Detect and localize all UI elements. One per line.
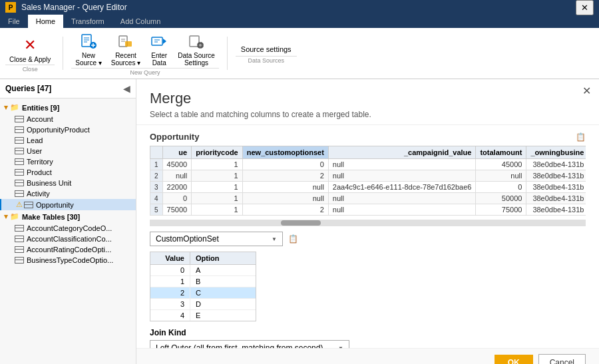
table-row[interactable]: 5 75000 1 2 null 75000 38e0dbe4-131b bbox=[150, 204, 586, 216]
table-row[interactable]: 3 22000 1 null 2aa4c9c1-e646-e111-8dce-7… bbox=[150, 182, 586, 193]
dropdown-row: CustomOptionSet ▼ 📋 bbox=[150, 232, 586, 246]
merge-body: Opportunity 📋 ue prioritycode new_custom… bbox=[136, 125, 599, 348]
copy-icon-2[interactable]: 📋 bbox=[288, 234, 298, 244]
sidebar-collapse-button[interactable]: ◀ bbox=[123, 83, 130, 94]
cancel-button[interactable]: Cancel bbox=[538, 354, 586, 364]
cell-owningbusine: 38e0dbe4-131b bbox=[526, 182, 586, 193]
cell-prioritycode: 1 bbox=[192, 159, 243, 170]
enter-data-label: EnterData bbox=[151, 52, 167, 67]
sidebar-item-opportunity-product[interactable]: OpportunityProduct bbox=[0, 124, 136, 135]
close-group-label: Close bbox=[5, 65, 55, 73]
title-bar: P Sales Manager - Query Editor ✕ bbox=[0, 0, 599, 15]
new-query-group: NewSource ▾ RecentSources ▾ EnterData bbox=[71, 31, 219, 76]
make-tables-group-header[interactable]: ▾ 📁 Make Tables [30] bbox=[0, 210, 136, 223]
table-icon-opportunity-product bbox=[15, 126, 24, 133]
recent-sources-label: RecentSources ▾ bbox=[111, 52, 140, 67]
tab-home[interactable]: Home bbox=[28, 15, 63, 28]
cell-ue: 22000 bbox=[162, 182, 192, 193]
dialog-footer: OK Cancel bbox=[136, 348, 599, 364]
separator-1 bbox=[63, 37, 63, 70]
folder-icon-make-tables: ▾ 📁 bbox=[4, 212, 19, 221]
window-close-button[interactable]: ✕ bbox=[576, 0, 594, 15]
copy-icon[interactable]: 📋 bbox=[576, 132, 586, 142]
table-icon-lead bbox=[15, 137, 24, 144]
sidebar-item-account-classification[interactable]: AccountClassificationCo... bbox=[0, 234, 136, 244]
merge-header: Merge Select a table and matching column… bbox=[136, 79, 599, 125]
cell-campaignid: null bbox=[328, 170, 476, 182]
cell-campaignid: null bbox=[328, 204, 476, 216]
table-icon-product bbox=[15, 169, 24, 176]
sidebar-item-user[interactable]: User bbox=[0, 146, 136, 156]
join-kind-dropdown[interactable]: Left Outer (all from first, matching fro… bbox=[150, 340, 349, 348]
cell-owningbusine: 38e0dbe4-131b bbox=[526, 204, 586, 216]
sidebar-item-account[interactable]: Account bbox=[0, 114, 136, 124]
x-icon: ✕ bbox=[24, 37, 36, 54]
sidebar-item-territory[interactable]: Territory bbox=[0, 156, 136, 167]
cell-ue: null bbox=[162, 170, 192, 182]
data-source-settings-icon bbox=[187, 32, 206, 51]
sidebar-item-product[interactable]: Product bbox=[0, 167, 136, 178]
ok-button[interactable]: OK bbox=[495, 355, 533, 364]
make-tables-group: ▾ 📁 Make Tables [30] AccountCategoryCode… bbox=[0, 210, 136, 266]
tab-transform[interactable]: Transform bbox=[63, 15, 112, 28]
customoptionset-dropdown[interactable]: CustomOptionSet ▼ bbox=[150, 232, 283, 246]
sidebar-item-lead[interactable]: Lead bbox=[0, 135, 136, 146]
merge-title: Merge bbox=[150, 90, 586, 107]
enter-data-button[interactable]: EnterData bbox=[146, 31, 172, 68]
cell-totalamount: 75000 bbox=[476, 204, 526, 216]
app-title: Sales Manager - Query Editor bbox=[21, 3, 576, 12]
data-source-settings-button[interactable]: Data SourceSettings bbox=[174, 31, 219, 68]
table-row[interactable]: 4 0 1 null null 50000 38e0dbe4-131b bbox=[150, 193, 586, 204]
col-value-header: Value bbox=[150, 252, 190, 264]
table-icon-account-classification bbox=[15, 236, 24, 242]
close-apply-button[interactable]: ✕ Close & Apply bbox=[5, 35, 55, 65]
cell-ue: 45000 bbox=[162, 159, 192, 170]
option-row[interactable]: 0 A bbox=[150, 265, 256, 276]
table-row[interactable]: 2 null 1 2 null null 38e0dbe4-131b bbox=[150, 170, 586, 182]
entities-group-header[interactable]: ▾ 📁 Entities [9] bbox=[0, 101, 136, 114]
cell-customoptionset: 0 bbox=[242, 159, 328, 170]
col-header-prioritycode: prioritycode bbox=[192, 146, 243, 159]
col-header-customoptionset[interactable]: new_customoptionset bbox=[242, 146, 328, 159]
sidebar-item-business-unit[interactable]: Business Unit bbox=[0, 178, 136, 188]
table-icon-activity bbox=[15, 190, 24, 197]
sidebar-item-opportunity[interactable]: ⚠ Opportunity bbox=[0, 199, 136, 210]
sidebar-item-label: Territory bbox=[27, 158, 53, 166]
option-label: B bbox=[190, 276, 256, 287]
option-row[interactable]: 1 B bbox=[150, 276, 256, 287]
sidebar-tree: ▾ 📁 Entities [9] Account OpportunityProd… bbox=[0, 98, 136, 364]
sidebar-item-activity[interactable]: Activity bbox=[0, 188, 136, 199]
table-row[interactable]: 1 45000 1 0 null 45000 38e0dbe4-131b bbox=[150, 159, 586, 170]
tab-add-column[interactable]: Add Column bbox=[112, 15, 169, 28]
new-query-buttons: NewSource ▾ RecentSources ▾ EnterData bbox=[71, 31, 219, 68]
sidebar-title: Queries [47] bbox=[5, 84, 51, 93]
table-icon-business-unit bbox=[15, 180, 24, 186]
new-source-button[interactable]: NewSource ▾ bbox=[71, 31, 105, 68]
recent-sources-button[interactable]: RecentSources ▾ bbox=[107, 31, 144, 68]
table-icon-opportunity bbox=[24, 202, 33, 208]
opportunity-table-wrapper[interactable]: ue prioritycode new_customoptionset _cam… bbox=[150, 146, 586, 220]
option-row[interactable]: 2 C bbox=[150, 287, 256, 299]
sidebar-header: Queries [47] ◀ bbox=[0, 79, 136, 98]
option-label: E bbox=[190, 310, 256, 321]
dialog-close-button[interactable]: ✕ bbox=[582, 85, 591, 97]
sidebar-item-label: User bbox=[27, 147, 42, 155]
table-scrollbar[interactable] bbox=[150, 220, 586, 226]
table-icon-account-category bbox=[15, 225, 24, 232]
row-num: 2 bbox=[150, 170, 163, 182]
option-row[interactable]: 4 E bbox=[150, 310, 256, 321]
cell-prioritycode: 1 bbox=[192, 182, 243, 193]
close-group: ✕ Close & Apply Close bbox=[5, 35, 55, 73]
row-num: 4 bbox=[150, 193, 163, 204]
cell-owningbusine: 38e0dbe4-131b bbox=[526, 159, 586, 170]
dropdown-selected-label: CustomOptionSet bbox=[156, 234, 219, 244]
sidebar-item-account-rating[interactable]: AccountRatingCodeOpti... bbox=[0, 244, 136, 255]
col-header-ue: ue bbox=[162, 146, 192, 159]
option-row[interactable]: 3 D bbox=[150, 299, 256, 310]
cell-totalamount: 0 bbox=[476, 182, 526, 193]
ribbon-content: ✕ Close & Apply Close NewSource ▾ bbox=[0, 28, 599, 79]
tab-file[interactable]: File bbox=[0, 15, 28, 28]
table-icon-business-type bbox=[15, 257, 24, 264]
sidebar-item-business-type[interactable]: BusinessTypeCodeOptio... bbox=[0, 255, 136, 266]
sidebar-item-account-category[interactable]: AccountCategoryCodeO... bbox=[0, 223, 136, 234]
